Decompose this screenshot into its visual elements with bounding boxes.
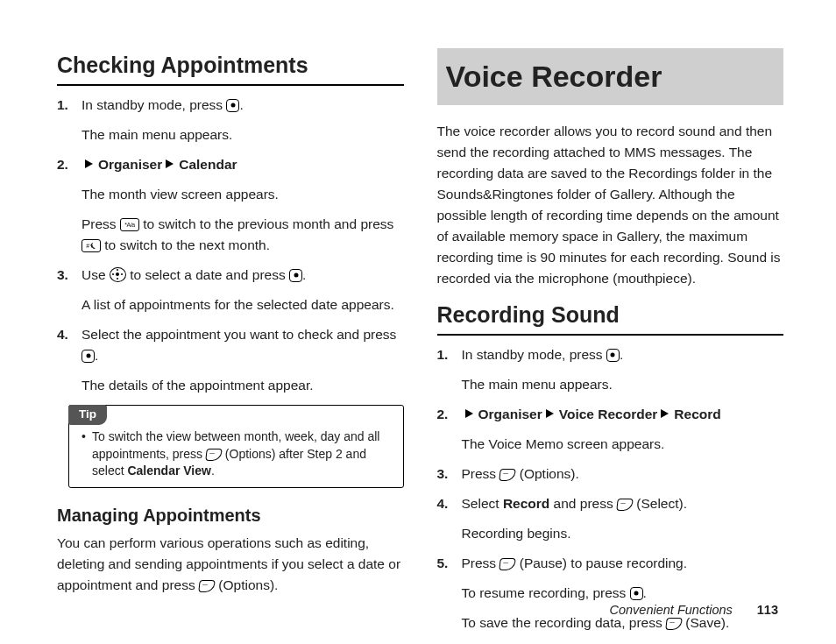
center-key-icon [226, 99, 239, 112]
svg-marker-4 [661, 409, 669, 418]
step-item: 1.In standby mode, press .The main menu … [57, 95, 404, 145]
step-line: OrganiserCalendar [81, 154, 404, 175]
triangle-icon [166, 159, 174, 168]
softkey-icon [499, 558, 516, 570]
step-line: The details of the appointment appear. [81, 375, 404, 396]
step-item: 3.Press (Options). [437, 464, 784, 485]
step-line: Use to select a date and press . [81, 265, 404, 286]
step-number: 3. [57, 265, 68, 286]
text-run: Voice Recorder [559, 407, 658, 421]
text-run: Organiser [98, 157, 162, 172]
right-column: Voice Recorder The voice recorder allows… [437, 48, 784, 600]
text-run: The details of the appointment appear. [81, 378, 314, 393]
svg-marker-3 [546, 409, 554, 418]
chapter-title: Voice Recorder [437, 48, 784, 105]
text-run: To resume recording, press [462, 585, 630, 600]
text-run: and press [549, 496, 617, 511]
text-run: to switch to the next month. [101, 237, 270, 252]
svg-marker-0 [85, 159, 93, 168]
text-run: The month view screen appears. [81, 187, 279, 202]
heading-recording-sound: Recording Sound [437, 298, 784, 332]
text-run: Press [81, 216, 120, 231]
left-column: Checking Appointments 1.In standby mode,… [57, 48, 404, 600]
step-item: 2.OrganiserVoice RecorderRecordThe Voice… [437, 404, 784, 455]
center-key-icon [289, 269, 302, 282]
step-line: In standby mode, press . [462, 344, 784, 365]
step-line: Press to switch to the previous month an… [81, 214, 404, 256]
step-line: The month view screen appears. [81, 184, 404, 205]
text-run: Press [462, 466, 500, 481]
step-number: 5. [437, 553, 449, 574]
text-run: The main menu appears. [462, 377, 613, 392]
step-line: Select the appointment you want to check… [81, 324, 404, 366]
text-run: A list of appointments for the selected … [81, 297, 394, 312]
heading-rule [57, 84, 404, 86]
step-line: Select Record and press (Select). [462, 493, 784, 514]
triangle-icon [85, 159, 93, 168]
text-run: Recording begins. [462, 526, 571, 541]
step-item: 4.Select Record and press (Select).Recor… [437, 493, 784, 544]
step-number: 4. [57, 324, 68, 345]
step-line: Press (Pause) to pause recording. [462, 553, 784, 574]
text-run: The Voice Memo screen appears. [462, 436, 665, 451]
heading-rule [437, 334, 784, 336]
softkey-icon [616, 499, 633, 511]
center-key-icon [630, 587, 643, 600]
text-run: Organiser [478, 407, 542, 421]
text-run: . [302, 267, 306, 282]
text-run: Record [503, 496, 549, 511]
footer-section: Convenient Functions [610, 603, 733, 617]
text-run: . [620, 347, 623, 362]
heading-checking-appointments: Checking Appointments [57, 48, 404, 82]
svg-marker-1 [166, 159, 174, 168]
step-line: The Voice Memo screen appears. [462, 434, 784, 455]
softkey-icon [205, 449, 222, 461]
center-key-icon [606, 349, 620, 362]
steps-list-left: 1.In standby mode, press .The main menu … [57, 95, 404, 396]
step-item: 2.OrganiserCalendarThe month view screen… [57, 154, 404, 256]
text-run: In standby mode, press [462, 347, 606, 362]
tip-body: To switch the view between month, week, … [81, 428, 394, 480]
chapter-intro: The voice recorder allows you to record … [437, 121, 784, 289]
text-run: Record [674, 407, 720, 421]
text-run: . [211, 464, 215, 478]
text-run: (Select). [633, 496, 687, 511]
step-item: 5.Press (Pause) to pause recording.To re… [437, 553, 784, 633]
step-number: 4. [437, 493, 449, 514]
step-line: OrganiserVoice RecorderRecord [462, 404, 784, 425]
softkey-icon [499, 469, 516, 481]
step-number: 3. [437, 464, 449, 485]
text-run: Calendar [179, 157, 237, 172]
step-number: 2. [437, 404, 449, 425]
text-run: Press [462, 556, 500, 570]
step-number: 1. [437, 344, 449, 365]
manual-page: Checking Appointments 1.In standby mode,… [0, 0, 836, 644]
text-run: Calendar View [127, 464, 210, 478]
text-run: (Options). [515, 466, 578, 481]
text-run: (Options). [215, 577, 278, 592]
nav-key-icon [110, 267, 126, 282]
step-line: In standby mode, press . [81, 95, 404, 116]
step-line: A list of appointments for the selected … [81, 294, 404, 315]
softkey-icon [198, 580, 215, 592]
step-item: 1.In standby mode, press .The main menu … [437, 344, 784, 395]
heading-managing-appointments: Managing Appointments [57, 502, 404, 529]
tip-label: Tip [68, 405, 107, 425]
text-run: . [95, 348, 98, 363]
triangle-icon [661, 409, 669, 418]
text-run: . [643, 585, 647, 600]
step-line: Recording begins. [462, 523, 784, 544]
text-run: In standby mode, press [81, 97, 226, 112]
step-number: 2. [57, 154, 68, 175]
triangle-icon [465, 409, 473, 418]
tip-box: Tip To switch the view between month, we… [68, 405, 404, 488]
step-line: The main menu appears. [462, 374, 784, 395]
page-footer: Convenient Functions 113 [610, 600, 778, 619]
text-run: Use [81, 267, 110, 282]
hash-key-icon [81, 239, 101, 252]
steps-list-right: 1.In standby mode, press .The main menu … [437, 344, 784, 633]
text-run: to select a date and press [126, 267, 289, 282]
step-line: Press (Options). [462, 464, 784, 485]
managing-body: You can perform various operations such … [57, 533, 404, 596]
text-run: Select [462, 496, 503, 511]
